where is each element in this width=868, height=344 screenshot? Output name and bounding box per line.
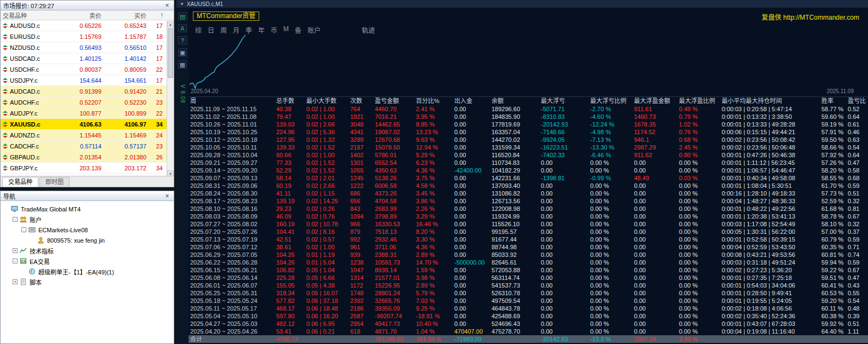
tree-item[interactable]: -EAEA交易 (2, 256, 173, 266)
menu-item-track[interactable]: 轨迹 (362, 25, 375, 35)
cell-pl-ratio: 0.67 (846, 266, 868, 274)
stats-row[interactable]: 2025.08.10 ~ 2025.08.1629.230.02 | 0.268… (189, 205, 868, 213)
help-icon[interactable]: ? (178, 36, 187, 44)
market-watch-row[interactable]: AUDCAD.c0.913990.9142021 (1, 86, 174, 97)
symbol-label: XAUUSD.c (1, 121, 58, 128)
market-watch-row[interactable]: USDCAD.c1.401251.4014217 (1, 53, 174, 64)
stats-row[interactable]: 2025.10.26 ~ 2025.11.01139.030.02 | 2.66… (189, 121, 868, 128)
cell-trade-count: 966 (349, 220, 373, 228)
market-watch-row[interactable]: XAUUSD.c4106.634106.9734 (1, 119, 174, 130)
cell-cash-flow: -42400.00 (453, 167, 490, 174)
market-watch-row[interactable]: GBPAUD.c2.013542.0138026 (1, 152, 174, 163)
menu-item-账户[interactable]: 账户 (307, 25, 321, 35)
chart-window-titlebar[interactable]: ▼ XAUUSD.c,M1 (176, 0, 868, 8)
duplicate-icon[interactable]: ▦ (178, 60, 187, 68)
menu-item-季[interactable]: 季 (245, 25, 252, 35)
menu-item-币[interactable]: 币 (271, 25, 277, 35)
market-watch-row[interactable]: USDCHF.c0.800370.8005922 (1, 64, 174, 75)
close-icon[interactable]: × (163, 2, 171, 9)
column-header-spread[interactable]: ! (149, 12, 166, 19)
stats-row[interactable]: 2025.10.12 ~ 2025.10.18127.950.02 | 1.32… (189, 136, 868, 144)
collapse-box-icon[interactable]: - (13, 259, 18, 263)
stats-row[interactable]: 2025.05.11 ~ 2025.05.17468.170.06 | 18.4… (189, 305, 868, 312)
collapse-box-icon[interactable]: - (21, 227, 26, 232)
stats-row[interactable]: 2025.07.13 ~ 2025.07.1942.510.02 | 0.579… (189, 236, 868, 243)
market-watch-row[interactable]: AUDUSD.c0.652260.6524317 (1, 20, 174, 31)
stats-row[interactable]: 2025.04.20 ~ 2025.04.2653.410.06 | 0.216… (189, 328, 868, 335)
tab-symbols[interactable]: 交易品种 (2, 177, 38, 187)
tree-item[interactable]: TradeMax Global MT4 (2, 204, 173, 214)
market-watch-row[interactable]: AUDJPY.c100.877100.89922 (1, 108, 174, 119)
chart-panel-icon[interactable]: ▤ (178, 12, 187, 20)
cell-total-lots: 60.19 (275, 182, 305, 190)
tree-item[interactable]: f超级刷单王-【1】-EA(49)(1) (2, 266, 173, 277)
menu-item-M[interactable]: M (283, 25, 289, 35)
market-watch-row[interactable]: AUDCHF.c0.522070.5223023 (1, 97, 174, 108)
tree-item[interactable]: +脚本 (2, 277, 173, 287)
market-watch-row[interactable]: USDJPY.c154.644154.66117 (1, 75, 174, 86)
cell-win-rate: 60.11 % (820, 305, 846, 312)
tree-item[interactable]: +技术指标 (2, 245, 173, 256)
stats-row[interactable]: 2025.09.14 ~ 2025.09.2052.290.02 | 1.521… (189, 167, 868, 174)
window-icon[interactable]: ▣ (178, 48, 187, 56)
stats-row[interactable]: 2025.06.15 ~ 2025.06.21106.820.05 | 1.04… (189, 266, 868, 274)
cell-win-rate: 60.38 % (820, 312, 846, 320)
column-header-ask[interactable]: 买价 (104, 11, 149, 20)
cell-trade-count: 2187 (349, 144, 373, 151)
stats-row[interactable]: 2025.05.25 ~ 2025.05.31318.340.05 | 16.0… (189, 289, 868, 297)
market-watch-row[interactable]: AUDNZD.c1.154451.1546924 (1, 130, 174, 141)
trade-panel-icon[interactable]: A (178, 24, 187, 32)
close-icon[interactable]: × (163, 192, 171, 200)
collapse-box-icon[interactable]: - (13, 217, 18, 222)
stats-row[interactable]: 2025.09.07 ~ 2025.09.1358.140.02 | 2.011… (189, 174, 868, 182)
stats-row[interactable]: 2025.06.29 ~ 2025.07.05104.260.01 | 1.19… (189, 251, 868, 259)
market-watch-scrollbar[interactable]: ▲ ▼ (167, 21, 174, 177)
stats-row[interactable]: 2025.08.03 ~ 2025.08.0946.090.02 | 0.761… (189, 213, 868, 220)
market-watch-row[interactable]: GBPJPY.c203.139203.17234 (1, 163, 174, 174)
stats-row[interactable]: 2025.11.02 ~ 2025.11.0879.470.02 | 1.001… (189, 113, 868, 121)
tree-item[interactable]: -ECMarkets-Live08 (2, 225, 173, 235)
stats-row[interactable]: 2025.09.28 ~ 2025.10.0460.660.02 | 1.001… (189, 151, 868, 159)
stats-row[interactable]: 2025.08.31 ~ 2025.09.0660.190.02 | 2.661… (189, 182, 868, 190)
market-watch-row[interactable]: CADCHF.c0.571140.5713723 (1, 141, 174, 152)
stats-row[interactable]: 2025.10.19 ~ 2025.10.25224.960.02 | 5.36… (189, 128, 868, 136)
cell-max-float-profit-pct: 0.00 % (677, 251, 720, 259)
column-header-bid[interactable]: 卖价 (58, 11, 104, 20)
stats-row[interactable]: 2025.04.27 ~ 2025.05.03492.120.06 | 6.95… (189, 320, 868, 328)
symbol-label: GBPJPY.c (1, 165, 58, 171)
cell-pnl-percent: 3.29 % (414, 213, 453, 220)
stats-row[interactable]: 2025.07.20 ~ 2025.07.26104.410.02 | 8.16… (189, 228, 868, 236)
stats-row[interactable]: 2025.07.06 ~ 2025.07.1238.610.02 | 1.009… (189, 243, 868, 251)
tree-item-label: ECMarkets-Live08 (38, 227, 88, 233)
menu-item-年[interactable]: 年 (258, 25, 265, 35)
stats-row[interactable]: 2025.05.18 ~ 2025.05.24577.820.06 | 37.1… (189, 297, 868, 305)
market-watch-row[interactable]: NZDUSD.c0.564930.5651017 (1, 42, 174, 53)
tab-tick-chart[interactable]: 即时图 (39, 177, 70, 187)
stats-row[interactable]: 2025.05.04 ~ 2025.05.10597.800.06 | 16.2… (189, 312, 868, 320)
expand-box-icon[interactable]: + (13, 279, 18, 284)
column-header-symbol[interactable]: 交易品种 (1, 11, 58, 20)
tree-item[interactable]: 8009575: xue feng jin (2, 235, 173, 245)
scrollbar-thumb[interactable] (168, 28, 173, 78)
stats-row[interactable]: 2025.06.08 ~ 2025.06.14225.280.05 | 6.66… (189, 274, 868, 282)
tree-item[interactable]: -账户 (2, 214, 173, 225)
expand-box-icon[interactable]: + (13, 248, 18, 253)
stats-row[interactable]: 2025.07.27 ~ 2025.08.02160.190.02 | 10.7… (189, 220, 868, 228)
stats-row[interactable]: 2025.10.05 ~ 2025.10.11139.330.02 | 1.52… (189, 144, 868, 151)
collapse-icon[interactable]: ▼ (180, 2, 184, 7)
stats-row[interactable]: 2025.11.09 ~ 2025.11.1540.380.02 | 1.007… (189, 105, 868, 113)
symbol-trend-icon (3, 78, 8, 83)
stats-row[interactable]: 2025.08.24 ~ 2025.08.3041.110.02 | 1.156… (189, 190, 868, 197)
spread-value: 34 (149, 165, 166, 171)
market-watch-row[interactable]: EURUSD.c1.157691.1578718 (1, 31, 174, 42)
cell-cash-flow: 470407.00 (453, 328, 490, 335)
stats-row[interactable]: 2025.06.22 ~ 2025.06.28104.260.01 | 5.04… (189, 259, 868, 266)
stats-total-row[interactable]: 合计4790.14261289.60161.04 %-71993.00-2014… (189, 335, 868, 343)
stats-row[interactable]: 2025.09.21 ~ 2025.09.2777.330.02 | 1.521… (189, 159, 868, 167)
scroll-up-icon[interactable]: ▲ (167, 21, 174, 27)
cell-balance: 119324.99 (490, 213, 539, 220)
cell-pnl-percent: 1.59 % (414, 266, 453, 274)
stats-row[interactable]: 2025.08.17 ~ 2025.08.23139.190.02 | 14.2… (189, 197, 868, 205)
stats-row[interactable]: 2025.06.01 ~ 2025.06.07155.050.05 | 4.38… (189, 282, 868, 289)
menu-item-备[interactable]: 备 (295, 25, 301, 35)
